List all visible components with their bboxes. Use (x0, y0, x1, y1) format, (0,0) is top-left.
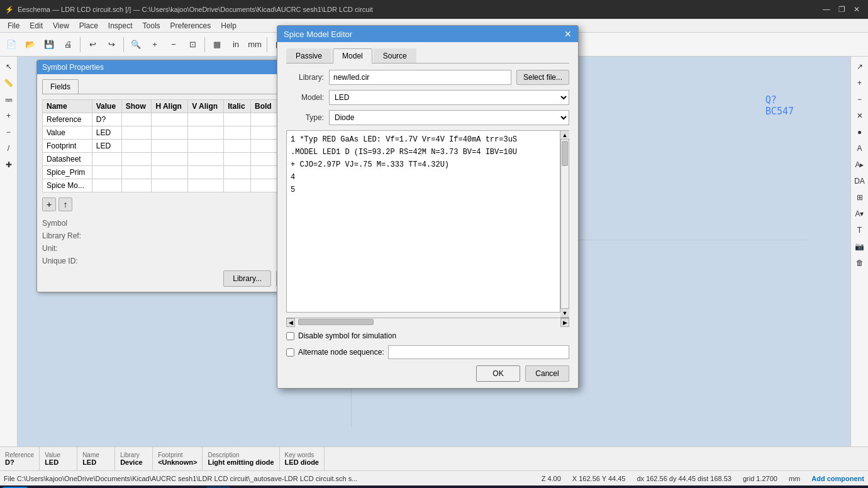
hscroll-track[interactable] (295, 318, 560, 326)
menu-edit[interactable]: Edit (25, 20, 48, 31)
tool-select[interactable]: ↖ (1, 59, 16, 74)
dialog-action-buttons: OK Cancel (286, 365, 569, 382)
hscroll-right-arrow[interactable]: ▶ (560, 318, 569, 327)
model-label: Model: (286, 93, 324, 102)
model-row: Model: LED (286, 90, 569, 105)
model-select[interactable]: LED (329, 90, 569, 105)
alternate-node-input[interactable] (388, 345, 569, 359)
right-tool-11[interactable]: T (852, 223, 867, 238)
spice-hscrollbar[interactable]: ◀ ▶ (286, 318, 569, 326)
ok-button[interactable]: OK (476, 365, 520, 382)
right-tool-8[interactable]: DA (852, 174, 867, 189)
tb-undo[interactable]: ↩ (84, 36, 101, 53)
menu-view[interactable]: View (48, 20, 74, 31)
tab-source[interactable]: Source (374, 48, 416, 63)
add-field-button[interactable]: + (42, 197, 56, 211)
menu-tools[interactable]: Tools (138, 20, 165, 31)
spice-model-content[interactable]: 1 *Typ RED GaAs LED: Vf=1.7V Vr=4V If=40… (286, 130, 560, 313)
hscroll-thumb[interactable] (298, 319, 374, 325)
vscroll-thumb[interactable] (562, 141, 568, 166)
right-tool-7[interactable]: A▸ (852, 157, 867, 172)
menu-help[interactable]: Help (216, 20, 242, 31)
menu-preferences[interactable]: Preferences (165, 20, 216, 31)
tb-grid[interactable]: ▦ (208, 36, 226, 53)
tb-search[interactable]: 🔍 (127, 36, 145, 53)
col-halign: H Align (152, 100, 188, 113)
close-button[interactable]: ✕ (850, 3, 863, 16)
tab-fields[interactable]: Fields (42, 79, 79, 94)
alternate-node-checkbox[interactable] (286, 348, 294, 357)
menu-place[interactable]: Place (74, 20, 103, 31)
spice-content-wrapper: 1 *Typ RED GaAs LED: Vf=1.7V Vr=4V If=40… (286, 130, 569, 318)
bc547-ref: Q? BC547 (765, 94, 794, 117)
menu-file[interactable]: File (3, 20, 25, 31)
alternate-checkbox-row: Alternate node sequence: (286, 345, 569, 359)
tab-model[interactable]: Model (333, 48, 372, 64)
right-tool-4[interactable]: ✕ (852, 108, 867, 123)
library-label: Library: (286, 73, 324, 82)
sym-props-library-btn[interactable]: Library... (223, 270, 271, 287)
tool-mm[interactable]: ㎜ (1, 92, 16, 107)
right-tool-1[interactable]: ↗ (852, 59, 867, 74)
right-tool-3[interactable]: − (852, 92, 867, 107)
tb-redo[interactable]: ↪ (103, 36, 120, 53)
spice-vscrollbar[interactable]: ▲ ▼ (560, 130, 569, 318)
right-tool-10[interactable]: A▾ (852, 206, 867, 221)
cancel-button[interactable]: Cancel (525, 365, 569, 382)
tool-minus[interactable]: − (1, 125, 16, 140)
right-tool-panel: ↗ + − ✕ ● A A▸ DA ⊞ A▾ T 📷 🗑 (850, 57, 868, 446)
dialog-close-button[interactable]: ✕ (564, 29, 572, 39)
disable-checkbox[interactable] (286, 332, 294, 340)
status-description: Description Light emitting diode (203, 447, 279, 470)
minimize-button[interactable]: — (820, 3, 833, 16)
maximize-button[interactable]: ❐ (835, 3, 848, 16)
status-value: Value LED (40, 447, 77, 470)
spice-line-2: .MODEL LED1 D (IS=93.2P RS=42M N=3.73 BV… (289, 146, 557, 158)
app-icon: ⚡ (5, 6, 14, 14)
tb-sep4 (267, 37, 267, 52)
menu-inspect[interactable]: Inspect (103, 20, 138, 31)
spice-line-5: 5 (289, 184, 557, 196)
tool-cross[interactable]: ✚ (1, 157, 16, 172)
window-title: Eeschema — LDR LCD circuit.sch [/] — C:\… (18, 6, 373, 13)
status-add-component: Add component (811, 475, 864, 482)
tb-new[interactable]: 📄 (3, 36, 20, 53)
vscroll-up-arrow[interactable]: ▲ (560, 131, 569, 140)
select-file-button[interactable]: Select file... (516, 70, 569, 85)
hscroll-left-arrow[interactable]: ◀ (286, 318, 295, 327)
right-tool-6[interactable]: A (852, 141, 867, 156)
vscroll-track[interactable] (561, 140, 569, 308)
col-show: Show (121, 100, 152, 113)
tb-save[interactable]: 💾 (40, 36, 58, 53)
tb-sep1 (80, 37, 81, 52)
right-tool-12[interactable]: 📷 (852, 239, 867, 254)
right-tool-13[interactable]: 🗑 (852, 255, 867, 270)
tb-zoom-in[interactable]: + (146, 36, 164, 53)
tb-inch[interactable]: in (227, 36, 245, 53)
tool-wire[interactable]: 📏 (1, 75, 16, 91)
right-tool-5[interactable]: ● (852, 125, 867, 140)
tool-line[interactable]: / (1, 141, 16, 156)
status-name: Name LED (77, 447, 115, 470)
tab-passive[interactable]: Passive (286, 48, 331, 63)
tool-plus[interactable]: + (1, 108, 16, 123)
type-select[interactable]: Diode (329, 110, 569, 125)
tb-mm[interactable]: mm (246, 36, 264, 53)
tb-open[interactable]: 📂 (21, 36, 39, 53)
disable-checkbox-label: Disable symbol for simulation (298, 331, 396, 340)
tb-zoom-fit[interactable]: ⊡ (184, 36, 201, 53)
spice-line-3: + CJO=2.97P VJ=.75 M=.333 TT=4.32U) (289, 158, 557, 171)
status-units: mm (789, 475, 800, 482)
disable-checkbox-row: Disable symbol for simulation (286, 331, 569, 340)
tb-zoom-out[interactable]: − (165, 36, 182, 53)
right-tool-2[interactable]: + (852, 75, 867, 91)
status-coords: X 162.56 Y 44.45 (572, 475, 626, 482)
vscroll-down-arrow[interactable]: ▼ (560, 308, 569, 317)
alternate-node-label: Alternate node sequence: (298, 348, 384, 357)
status-zoom: Z 4.00 (542, 475, 561, 482)
tb-print[interactable]: 🖨 (59, 36, 77, 53)
library-input[interactable] (329, 70, 511, 85)
status-delta: dx 162.56 dy 44.45 dist 168.53 (637, 475, 731, 482)
move-field-up-button[interactable]: ↑ (58, 197, 72, 211)
right-tool-9[interactable]: ⊞ (852, 190, 867, 205)
